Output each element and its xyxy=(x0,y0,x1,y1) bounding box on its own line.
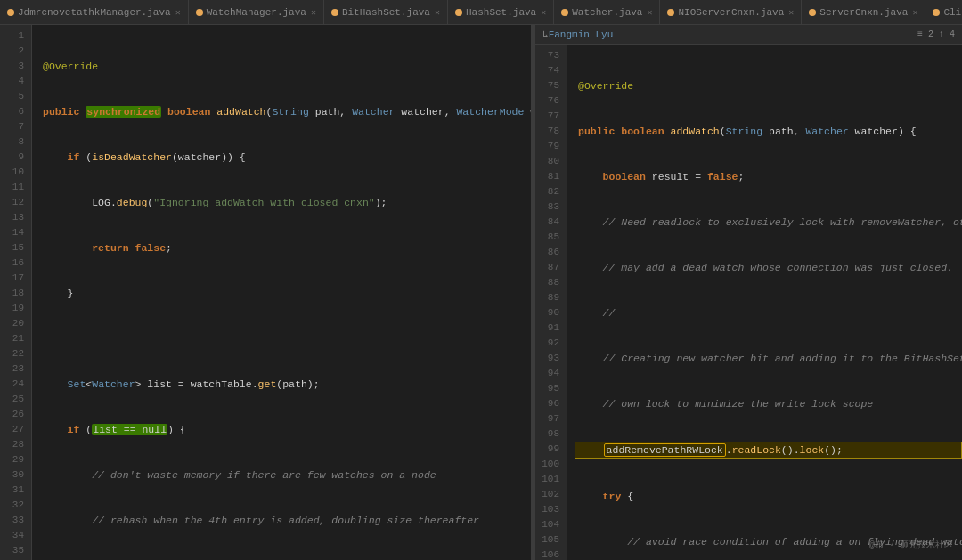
code-line: public synchronized boolean addWatch(Str… xyxy=(39,104,531,119)
left-line-numbers: 1 2 3 4 5 6 7 8 9 10 11 12 13 14 15 16 1… xyxy=(0,25,32,560)
code-line: // rehash when the 4th entry is added, d… xyxy=(39,513,531,528)
tab-bitHashSet[interactable]: BitHashSet.java ✕ xyxy=(324,0,448,25)
tab-jdmrc[interactable]: JdmrcnovetathkManager.java ✕ xyxy=(0,0,189,25)
tab-close-icon[interactable]: ✕ xyxy=(435,7,440,18)
right-code-content[interactable]: @Override public boolean addWatch(String… xyxy=(567,45,962,560)
code-line: @Override xyxy=(39,59,531,74)
left-code-content[interactable]: @Override public synchronized boolean ad… xyxy=(32,25,531,560)
tab-icon xyxy=(196,9,203,16)
code-line: return false; xyxy=(39,240,531,256)
tab-close-icon[interactable]: ✕ xyxy=(647,7,652,18)
code-line: // don't waste memory if there are few w… xyxy=(39,467,531,483)
code-line: // Need readlock to exclusively lock wit… xyxy=(575,215,962,230)
commit-author: Fangmin Lyu xyxy=(549,29,614,40)
main-content: 1 2 3 4 5 6 7 8 9 10 11 12 13 14 15 16 1… xyxy=(0,25,962,560)
diff-indicator: ≡ 2 ↑ 4 xyxy=(917,29,955,39)
tab-icon xyxy=(7,9,14,16)
tab-close-icon[interactable]: ✕ xyxy=(788,7,794,18)
left-panel: 1 2 3 4 5 6 7 8 9 10 11 12 13 14 15 16 1… xyxy=(0,25,532,560)
tab-label: ServerCnxn.java xyxy=(819,7,908,18)
tab-label: BitHashSet.java xyxy=(342,7,430,18)
code-line xyxy=(39,331,531,346)
code-line: @Override xyxy=(575,78,962,93)
code-line: // xyxy=(575,305,962,321)
right-line-numbers: 73 74 75 76 77 78 79 80 81 82 83 84 85 8… xyxy=(535,45,567,560)
tab-icon xyxy=(933,9,940,16)
tab-icon xyxy=(561,9,568,16)
left-code-area: 1 2 3 4 5 6 7 8 9 10 11 12 13 14 15 16 1… xyxy=(0,25,531,560)
tab-close-icon[interactable]: ✕ xyxy=(541,7,546,18)
code-line: Set<Watcher> list = watchTable.get(path)… xyxy=(39,377,531,392)
right-panel-header: ↳ Fangmin Lyu ≡ 2 ↑ 4 xyxy=(535,25,962,45)
tab-close-icon[interactable]: ✕ xyxy=(311,7,316,18)
tab-servercnxn[interactable]: ServerCnxn.java ✕ xyxy=(802,0,925,25)
right-code-area: 73 74 75 76 77 78 79 80 81 82 83 84 85 8… xyxy=(535,45,962,560)
code-line: if (list == null) { xyxy=(39,422,531,437)
code-line-highlighted: addRemovePathRWLock.readLock().lock(); xyxy=(575,442,962,459)
tab-clientc[interactable]: ClientC... ✕ xyxy=(925,0,962,25)
code-line: // own lock to minimize the write lock s… xyxy=(575,396,962,411)
tab-bar: JdmrcnovetathkManager.java ✕ WatchManage… xyxy=(0,0,962,25)
tab-icon xyxy=(455,9,462,16)
tab-icon xyxy=(809,9,816,16)
tab-label: NIOServerCnxn.java xyxy=(678,7,784,18)
tab-label: WatchManager.java xyxy=(207,7,306,18)
tab-label: Watcher.java xyxy=(572,7,642,18)
tab-watchmanager[interactable]: WatchManager.java ✕ xyxy=(189,0,324,25)
tab-icon xyxy=(331,9,338,16)
code-line: // may add a dead watch whose connection… xyxy=(575,260,962,275)
tab-label: JdmrcnovetathkManager.java xyxy=(18,7,171,18)
code-line: LOG.debug("Ignoring addWatch with closed… xyxy=(39,195,531,210)
tab-close-icon[interactable]: ✕ xyxy=(912,7,917,18)
code-line: public boolean addWatch(String path, Wat… xyxy=(575,124,962,139)
tab-hashset[interactable]: HashSet.java ✕ xyxy=(448,0,554,25)
code-line: boolean result = false; xyxy=(575,169,962,184)
tab-label: HashSet.java xyxy=(466,7,536,18)
author-label: ↳ xyxy=(542,28,549,40)
code-line: if (isDeadWatcher(watcher)) { xyxy=(39,150,531,165)
tab-watcher[interactable]: Watcher.java ✕ xyxy=(554,0,660,25)
right-panel: ↳ Fangmin Lyu ≡ 2 ↑ 4 73 74 75 76 77 78 … xyxy=(535,25,962,560)
tab-label: ClientC... xyxy=(943,7,962,18)
watermark: @布 · 砸壳技术社区 xyxy=(869,539,953,551)
code-line: } xyxy=(39,286,531,301)
code-line: // Creating new watcher bit and adding i… xyxy=(575,351,962,366)
tab-nioserver[interactable]: NIOServerCnxn.java ✕ xyxy=(660,0,802,25)
code-line: try { xyxy=(575,489,962,504)
tab-close-icon[interactable]: ✕ xyxy=(175,7,181,18)
tab-icon xyxy=(667,9,674,16)
